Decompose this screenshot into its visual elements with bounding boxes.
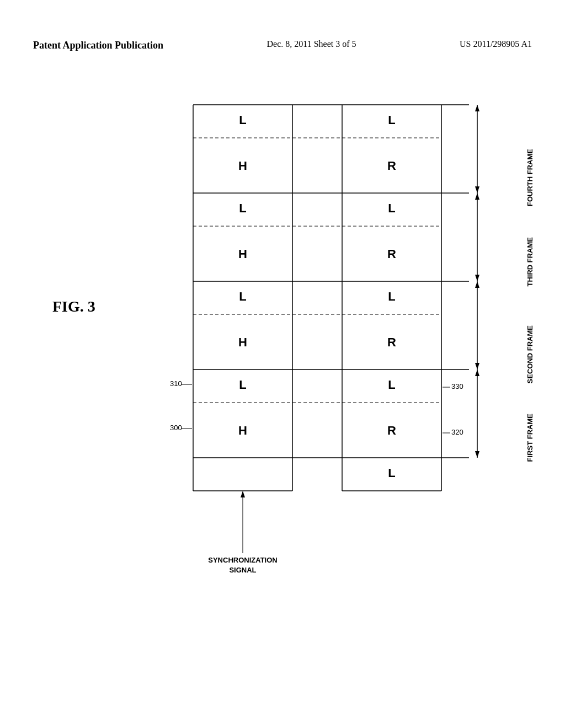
third-frame-left-H-label: H xyxy=(238,247,247,261)
second-frame-label: SECOND FRAME xyxy=(526,325,534,384)
first-frame-bottom-arrow xyxy=(475,451,479,458)
first-frame-label: FIRST FRAME xyxy=(526,414,534,462)
first-frame-top-arrow xyxy=(475,370,479,376)
second-frame-left-L-label: L xyxy=(239,290,246,303)
first-frame-left-H-label: H xyxy=(238,424,247,437)
second-frame-right-R-label: R xyxy=(387,335,396,349)
first-frame-right-L-label: L xyxy=(388,378,395,392)
fourth-frame-bottom-arrow xyxy=(475,186,479,193)
page-header: Patent Application Publication Dec. 8, 2… xyxy=(0,39,565,52)
publication-number: US 2011/298905 A1 xyxy=(460,39,532,49)
first-frame-left-L-label: L xyxy=(239,378,246,392)
third-frame-top-arrow xyxy=(475,193,479,200)
ref-330: 330 xyxy=(451,382,463,390)
extra-right-L-label: L xyxy=(388,466,395,480)
ref-310: 310 xyxy=(170,379,182,388)
third-frame-left-L-label: L xyxy=(239,201,246,215)
third-frame-label: THIRD FRAME xyxy=(526,237,534,287)
sync-arrow xyxy=(241,491,245,497)
figure-label: FIG. 3 xyxy=(52,298,95,315)
timing-diagram: L L H R L L H R L L H R L L H R L 300 xyxy=(160,88,535,673)
third-frame-right-L-label: L xyxy=(388,201,395,215)
fourth-frame-label: FOURTH FRAME xyxy=(526,149,534,206)
fourth-frame-left-H-label: H xyxy=(238,159,247,173)
publication-date-sheet: Dec. 8, 2011 Sheet 3 of 5 xyxy=(267,39,356,49)
sync-signal-label2: SIGNAL xyxy=(229,566,256,574)
first-frame-right-R-label: R xyxy=(387,424,396,437)
fourth-frame-left-L-label: L xyxy=(239,113,246,127)
second-frame-bottom-arrow xyxy=(475,363,479,370)
third-frame-right-R-label: R xyxy=(387,247,396,261)
publication-title: Patent Application Publication xyxy=(33,39,163,52)
fourth-frame-top-arrow xyxy=(475,105,479,111)
second-frame-top-arrow xyxy=(475,281,479,288)
second-frame-right-L-label: L xyxy=(388,290,395,303)
sync-signal-label: SYNCHRONIZATION xyxy=(208,556,277,564)
ref-300: 300 xyxy=(170,424,182,432)
ref-320: 320 xyxy=(451,428,463,436)
third-frame-bottom-arrow xyxy=(475,275,479,281)
fourth-frame-right-R-label: R xyxy=(387,159,396,173)
fourth-frame-right-L-label: L xyxy=(388,113,395,127)
second-frame-left-H-label: H xyxy=(238,335,247,349)
